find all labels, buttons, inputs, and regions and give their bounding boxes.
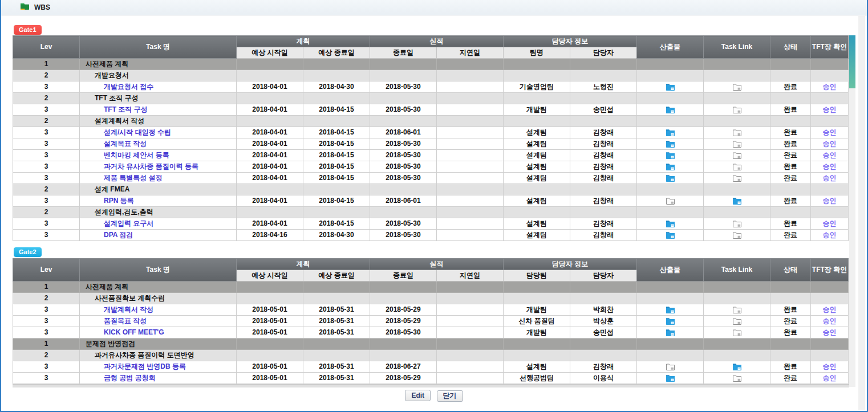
folder-outline-icon[interactable] — [733, 306, 741, 313]
confirm-cell — [811, 70, 849, 81]
approve-link[interactable]: 승인 — [823, 305, 837, 313]
folder-filled-icon[interactable] — [666, 106, 675, 113]
folder-outline-icon[interactable] — [733, 317, 741, 325]
end-cell: 2018-05-29 — [370, 373, 437, 384]
approve-link[interactable]: 승인 — [823, 140, 837, 148]
lev-cell: 3 — [13, 127, 80, 138]
task-link-text[interactable]: 설계목표 작성 — [104, 140, 147, 148]
folder-filled-icon[interactable] — [733, 197, 741, 205]
approve-link[interactable]: 승인 — [823, 83, 837, 91]
folder-filled-icon[interactable] — [666, 329, 675, 336]
folder-filled-icon[interactable] — [666, 152, 675, 159]
task-link-text[interactable]: 과거차 유사차종 품질이력 등록 — [104, 162, 198, 170]
team-cell: 설계팀 — [504, 195, 570, 207]
task-link-text[interactable]: TFT 조직 구성 — [104, 105, 148, 113]
confirm-cell: 승인 — [811, 218, 849, 230]
folder-outline-icon[interactable] — [666, 363, 675, 370]
table-row: 3개발요청서 접수2018-04-012018-04-302018-05-30기… — [13, 81, 849, 93]
task-link-cell — [704, 304, 770, 316]
folder-filled-icon[interactable] — [666, 163, 675, 170]
folder-filled-icon[interactable] — [666, 174, 675, 182]
folder-outline-icon[interactable] — [733, 163, 741, 170]
approve-link[interactable]: 승인 — [823, 328, 837, 336]
plan-end-cell: 2018-04-15 — [303, 195, 370, 207]
col-task-name: Task 명 — [80, 259, 237, 282]
folder-filled-icon[interactable] — [666, 220, 675, 227]
confirm-cell: 승인 — [811, 361, 849, 373]
task-cell: KICK OFF MEET'G — [80, 327, 237, 338]
table-row: 3설계/시작 대일정 수립2018-04-012018-04-152018-06… — [13, 127, 849, 138]
approve-link[interactable]: 승인 — [823, 105, 837, 113]
approve-link[interactable]: 승인 — [823, 128, 837, 136]
task-link-text[interactable]: RPN 등록 — [104, 197, 134, 205]
task-link-text[interactable]: KICK OFF MEET'G — [104, 328, 164, 336]
folder-filled-icon[interactable] — [666, 140, 675, 148]
approve-link[interactable]: 승인 — [823, 219, 837, 227]
task-link-text[interactable]: 품질목표 작성 — [104, 317, 147, 325]
team-cell: 선행공법팀 — [504, 373, 570, 384]
approve-link[interactable]: 승인 — [823, 231, 837, 239]
folder-filled-icon[interactable] — [733, 363, 741, 370]
table-row: 3설계입력 요구서2018-04-012018-04-152018-05-30설… — [13, 218, 849, 230]
deliverable-cell — [637, 218, 704, 230]
end-cell — [370, 350, 437, 361]
delay-cell — [437, 316, 504, 327]
folder-outline-icon[interactable] — [733, 174, 741, 182]
edit-button[interactable]: Edit — [405, 390, 431, 401]
task-link-text[interactable]: 금형 공법 공청회 — [104, 374, 156, 382]
approve-link[interactable]: 승인 — [823, 197, 837, 205]
task-link-cell — [704, 93, 770, 104]
col-plan-end: 예상 종료일 — [303, 270, 370, 282]
table-scrollbar[interactable] — [849, 35, 855, 387]
folder-filled-icon[interactable] — [666, 231, 675, 239]
owner-cell — [570, 338, 637, 350]
plan-start-cell — [237, 93, 303, 104]
folder-filled-icon[interactable] — [666, 129, 675, 136]
task-cell: 개발요청서 접수 — [80, 81, 237, 93]
folder-outline-icon[interactable] — [733, 231, 741, 239]
task-link-text[interactable]: 과거차문제점 반영DB 등록 — [104, 362, 186, 370]
approve-link[interactable]: 승인 — [823, 374, 837, 382]
task-link-text[interactable]: 개발계획서 작성 — [104, 305, 153, 313]
folder-outline-icon[interactable] — [733, 129, 741, 136]
task-cell: TFT 조직 구성 — [80, 104, 237, 116]
folder-outline-icon[interactable] — [733, 140, 741, 148]
approve-link[interactable]: 승인 — [823, 151, 837, 159]
task-link-text[interactable]: DPA 점검 — [104, 231, 133, 239]
folder-outline-icon[interactable] — [733, 220, 741, 227]
delay-cell — [437, 161, 504, 173]
lev-cell: 2 — [13, 293, 80, 304]
col-group-owner-info: 담당자 정보 — [504, 259, 637, 270]
confirm-cell: 승인 — [811, 230, 849, 241]
folder-outline-icon[interactable] — [733, 374, 741, 382]
approve-link[interactable]: 승인 — [823, 174, 837, 182]
folder-outline-icon[interactable] — [733, 83, 741, 91]
page-scrollbar-track[interactable] — [858, 16, 865, 410]
owner-cell: 김창래 — [570, 127, 637, 138]
folder-filled-icon[interactable] — [666, 306, 675, 313]
close-button[interactable]: 닫기 — [437, 390, 463, 402]
task-link-text[interactable]: 설계/시작 대일정 수립 — [104, 128, 171, 136]
delay-cell — [437, 93, 504, 104]
team-cell: 설계팀 — [504, 218, 570, 230]
approve-link[interactable]: 승인 — [823, 162, 837, 170]
owner-cell: 이용식 — [570, 373, 637, 384]
task-link-text[interactable]: 설계입력 요구서 — [104, 219, 153, 227]
folder-outline-icon[interactable] — [666, 197, 675, 205]
task-link-text[interactable]: 제품 특별특성 설정 — [104, 174, 163, 182]
folder-filled-icon[interactable] — [666, 83, 675, 91]
approve-link[interactable]: 승인 — [823, 317, 837, 325]
col-lev: Lev — [13, 36, 80, 59]
folder-outline-icon[interactable] — [733, 329, 741, 336]
task-link-text[interactable]: 개발요청서 접수 — [104, 83, 153, 91]
folder-outline-icon[interactable] — [733, 152, 741, 159]
owner-cell — [570, 70, 637, 81]
folder-filled-icon[interactable] — [666, 374, 675, 382]
folder-filled-icon[interactable] — [666, 317, 675, 325]
scrollbar-thumb[interactable] — [849, 35, 855, 88]
task-link-text[interactable]: 벤치마킹 제안서 등록 — [104, 151, 169, 159]
folder-outline-icon[interactable] — [733, 106, 741, 113]
table-row: 3DPA 점검2018-04-162018-04-302018-05-30설계팀… — [13, 230, 849, 241]
delay-cell — [437, 116, 504, 127]
approve-link[interactable]: 승인 — [823, 362, 837, 370]
